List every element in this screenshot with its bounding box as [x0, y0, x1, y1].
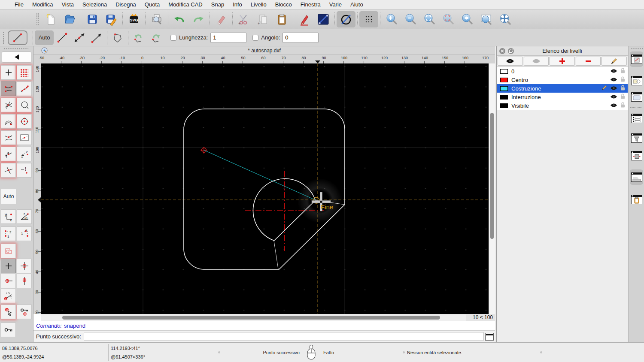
layer-edit-pencil-icon[interactable]: [601, 84, 607, 92]
paste-button[interactable]: [272, 11, 291, 28]
construction-mode-button[interactable]: [337, 11, 355, 27]
snap-center-button[interactable]: [17, 114, 32, 129]
redo-segment-button[interactable]: [147, 30, 164, 45]
menu-item[interactable]: Aiuto: [346, 1, 368, 8]
polyline-button[interactable]: [109, 30, 126, 45]
cut-button[interactable]: +: [234, 11, 253, 28]
save-as-button[interactable]: [102, 11, 121, 28]
menu-item[interactable]: Quota: [140, 1, 164, 8]
vertical-scrollbar-thumb[interactable]: [490, 113, 494, 239]
menu-item[interactable]: Finestra: [296, 1, 325, 8]
restrict-horizontal-button[interactable]: [1, 274, 16, 288]
close-panel-button[interactable]: [499, 48, 505, 54]
pan-button[interactable]: [495, 11, 514, 28]
dock-clipboard-button[interactable]: [630, 192, 643, 207]
new-file-button[interactable]: [41, 11, 60, 28]
menu-item[interactable]: Modifica CAD: [164, 1, 207, 8]
ray-button[interactable]: [88, 30, 105, 45]
dock-command-button[interactable]: [630, 169, 643, 185]
dock-library-button[interactable]: [630, 89, 643, 105]
remove-layer-button[interactable]: [576, 57, 601, 66]
toolbar-drag-handle[interactable]: [3, 31, 5, 44]
layer-visibility-icon[interactable]: [610, 93, 617, 101]
layer-lock-icon[interactable]: [620, 102, 625, 109]
layer-visibility-icon[interactable]: [610, 67, 617, 75]
zoom-out-button[interactable]: [401, 11, 420, 28]
grid-toggle-button[interactable]: [359, 11, 378, 27]
add-layer-button[interactable]: [550, 57, 575, 66]
snap-intersection-button[interactable]: [1, 98, 16, 112]
menu-item[interactable]: Snap: [207, 1, 228, 8]
delete-entities-button[interactable]: [212, 11, 231, 28]
zoom-selected-button[interactable]: [439, 11, 458, 28]
select-entities-button[interactable]: [1, 244, 16, 258]
dock-layer-list-button[interactable]: [630, 51, 643, 67]
auto-snap-mode-button[interactable]: Auto: [35, 30, 54, 45]
snap-reference-2-button[interactable]: 12: [17, 147, 32, 161]
zoom-previous-button[interactable]: [458, 11, 477, 28]
line-both-directions-button[interactable]: [71, 30, 88, 45]
menu-item[interactable]: Info: [228, 1, 246, 8]
angle-checkbox[interactable]: [252, 35, 258, 41]
toolbar-drag-handle[interactable]: [36, 13, 39, 26]
command-dock-toggle-button[interactable]: [485, 333, 494, 341]
zoom-auto-button[interactable]: [420, 11, 439, 28]
lock-relative-zero-button[interactable]: [17, 305, 32, 319]
svg-export-button[interactable]: SVG: [125, 11, 143, 28]
print-preview-button[interactable]: [147, 11, 166, 28]
layer-visibility-icon[interactable]: [610, 76, 617, 84]
restrict-orthogonal-button[interactable]: [17, 259, 32, 273]
restrict-off-button[interactable]: !: [17, 163, 32, 178]
snap-free-button[interactable]: [1, 65, 16, 80]
zoom-in-button[interactable]: [382, 11, 401, 28]
menu-item[interactable]: Modifica: [28, 1, 57, 8]
undo-button[interactable]: [170, 11, 189, 28]
menu-item[interactable]: File: [10, 1, 28, 8]
layer-row[interactable]: Interruzione: [497, 93, 628, 101]
restrict-cross-button[interactable]: [1, 163, 16, 178]
menu-item[interactable]: Blocco: [271, 1, 296, 8]
coordinate-cartesian-button[interactable]: yx: [1, 209, 16, 224]
open-file-button[interactable]: [60, 11, 79, 28]
restrict-vertical-button[interactable]: [17, 274, 32, 288]
menu-item[interactable]: Disegna: [111, 1, 140, 8]
coordinate-polar-button[interactable]: ra: [17, 209, 32, 224]
copy-button[interactable]: +: [253, 11, 272, 28]
pen-edit-button[interactable]: [295, 11, 314, 28]
menu-item[interactable]: Livello: [246, 1, 271, 8]
vertical-scrollbar[interactable]: [489, 63, 495, 314]
save-button[interactable]: [83, 11, 102, 28]
horizontal-scrollbar-thumb[interactable]: [62, 316, 440, 320]
line-two-points-button[interactable]: [54, 30, 71, 45]
float-panel-button[interactable]: [508, 48, 514, 54]
layer-row[interactable]: Centro: [497, 75, 628, 84]
unlock-relative-zero-button[interactable]: [1, 323, 16, 337]
layer-lock-icon[interactable]: [620, 84, 625, 92]
line-tool-current-button[interactable]: [8, 30, 27, 45]
edit-layer-button[interactable]: [601, 57, 627, 66]
toolbar-drag-handle[interactable]: [631, 48, 643, 50]
show-all-layers-button[interactable]: [498, 57, 523, 66]
attributes-button[interactable]: [314, 11, 333, 28]
length-checkbox[interactable]: [170, 35, 176, 41]
dock-entity-list-button[interactable]: [630, 111, 643, 126]
angle-input[interactable]: [283, 33, 319, 43]
restrict-nothing-button[interactable]: [1, 259, 16, 273]
layer-lock-icon[interactable]: [620, 67, 625, 75]
relative-point-2-button[interactable]: 12: [17, 226, 32, 241]
angle-gauge-button[interactable]: [1, 289, 16, 303]
layer-lock-icon[interactable]: [620, 76, 625, 84]
toolbar-drag-handle[interactable]: [3, 48, 28, 50]
snap-circle-button[interactable]: [17, 98, 32, 112]
menu-item[interactable]: Seleziona: [78, 1, 111, 8]
layer-visibility-icon[interactable]: [610, 102, 617, 109]
hide-all-layers-button[interactable]: [524, 57, 549, 66]
snap-entity-button[interactable]: [17, 81, 32, 96]
layer-visibility-icon[interactable]: [610, 84, 617, 92]
zoom-window-button[interactable]: [477, 11, 495, 28]
redo-button[interactable]: [189, 11, 208, 28]
layer-lock-icon[interactable]: [620, 93, 625, 101]
layer-row[interactable]: 0: [497, 67, 628, 75]
menu-item[interactable]: Varie: [325, 1, 346, 8]
length-input[interactable]: [210, 33, 246, 43]
